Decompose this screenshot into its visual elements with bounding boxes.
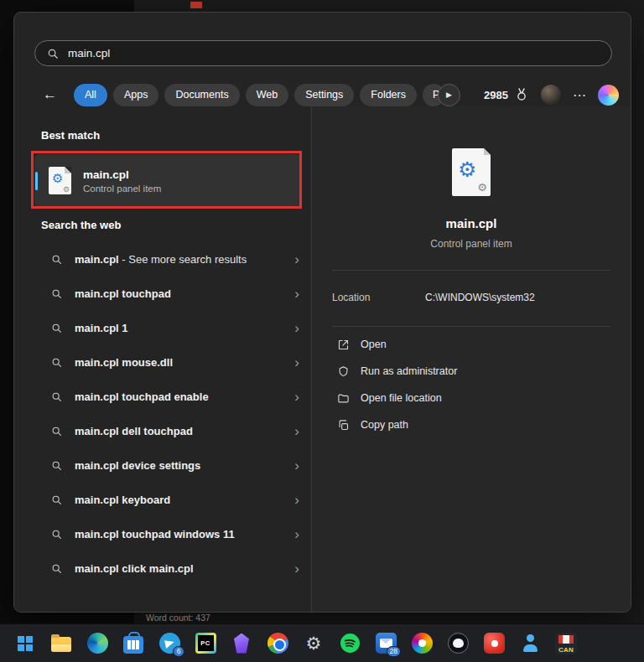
filter-tab-folders[interactable]: Folders bbox=[360, 84, 417, 106]
windows-logo-icon bbox=[18, 636, 33, 651]
taskbar-settings-icon[interactable]: ⚙ bbox=[303, 633, 325, 654]
suggestion-query: main.cpl device settings bbox=[75, 459, 200, 472]
chevron-right-icon[interactable]: › bbox=[294, 424, 303, 438]
chevron-right-icon[interactable]: › bbox=[294, 287, 303, 301]
taskbar-spotify-icon[interactable] bbox=[339, 633, 361, 654]
action-list: Open Run as administrator Open file loca… bbox=[332, 331, 610, 438]
play-icon: ▶ bbox=[446, 91, 452, 99]
location-row: Location C:\WINDOWS\system32 bbox=[332, 292, 614, 303]
gear-icon: ⚙ bbox=[52, 172, 63, 184]
location-label: Location bbox=[332, 292, 425, 303]
action-label: Open file location bbox=[361, 392, 442, 404]
suggestion-query: main.cpl dell touchpad bbox=[75, 425, 193, 437]
action-open[interactable]: Open bbox=[332, 331, 610, 358]
chevron-right-icon[interactable]: › bbox=[294, 527, 303, 541]
copilot-icon[interactable] bbox=[598, 85, 619, 106]
chevron-right-icon[interactable]: › bbox=[294, 458, 303, 473]
action-copy-path[interactable]: Copy path bbox=[332, 411, 610, 438]
action-open-file-location[interactable]: Open file location bbox=[332, 385, 610, 411]
taskbar: 6 PC ⚙ 28 CAN bbox=[0, 623, 644, 662]
suggestion-query: main.cpl click main.cpl bbox=[75, 562, 194, 575]
taskbar-file-explorer-icon[interactable] bbox=[50, 633, 72, 654]
user-avatar[interactable] bbox=[541, 85, 561, 105]
search-icon bbox=[51, 563, 62, 574]
taskbar-people-icon[interactable] bbox=[519, 633, 541, 654]
search-icon bbox=[51, 426, 62, 437]
action-label: Run as administrator bbox=[361, 365, 457, 377]
chevron-right-icon[interactable]: › bbox=[294, 390, 303, 404]
search-bar[interactable] bbox=[34, 40, 612, 66]
taskbar-chrome-icon[interactable] bbox=[267, 633, 288, 654]
taskbar-obsidian-icon[interactable] bbox=[231, 633, 252, 654]
control-panel-file-icon: ⚙ ⚙ bbox=[49, 167, 71, 194]
search-icon bbox=[51, 288, 62, 299]
location-value: C:\WINDOWS\system32 bbox=[425, 292, 535, 303]
chevron-right-icon[interactable]: › bbox=[294, 321, 303, 335]
chevron-right-icon[interactable]: › bbox=[294, 252, 303, 266]
rewards-medal-icon[interactable] bbox=[514, 87, 529, 102]
web-suggestion-item[interactable]: main.cpl touchpad › bbox=[28, 277, 311, 311]
suggestion-query: main.cpl bbox=[75, 253, 119, 266]
best-match-item[interactable]: ⚙ ⚙ main.cpl Control panel item bbox=[34, 154, 301, 207]
best-match-subtitle: Control panel item bbox=[83, 184, 161, 194]
web-suggestion-item[interactable]: main.cpl 1 › bbox=[28, 311, 311, 345]
taskbar-github-icon[interactable] bbox=[447, 633, 469, 654]
admin-shield-icon bbox=[337, 365, 350, 378]
word-count-text: Word count: 437 bbox=[146, 613, 210, 623]
web-suggestion-item[interactable]: main.cpl device settings › bbox=[28, 448, 311, 483]
filter-tab-apps[interactable]: Apps bbox=[113, 84, 159, 106]
web-suggestion-item[interactable]: main.cpl keyboard › bbox=[28, 483, 311, 517]
search-icon bbox=[51, 460, 62, 471]
more-options-icon[interactable]: ⋯ bbox=[573, 87, 586, 103]
filter-tab-documents[interactable]: Documents bbox=[164, 84, 239, 106]
notification-badge: 28 bbox=[387, 646, 401, 657]
chevron-right-icon[interactable]: › bbox=[294, 493, 303, 507]
web-suggestion-item[interactable]: main.cpl touchpad enable › bbox=[28, 380, 311, 414]
search-icon bbox=[51, 323, 62, 334]
back-arrow-icon[interactable]: ← bbox=[43, 86, 57, 103]
suggestion-query: main.cpl touchpad enable bbox=[75, 390, 209, 403]
rewards-points[interactable]: 2985 bbox=[484, 89, 508, 101]
chevron-right-icon[interactable]: › bbox=[294, 561, 303, 576]
notification-badge: 6 bbox=[173, 646, 184, 657]
filter-tab-web[interactable]: Web bbox=[246, 84, 288, 106]
taskbar-edge-icon[interactable] bbox=[86, 633, 108, 654]
suggestion-query: main.cpl keyboard bbox=[75, 494, 170, 506]
suggestion-query: main.cpl touchpad windows 11 bbox=[75, 528, 235, 540]
suggestion-query: main.cpl mouse.dll bbox=[75, 356, 173, 369]
taskbar-pycharm-icon[interactable]: PC bbox=[195, 633, 216, 654]
best-match-title: main.cpl bbox=[83, 168, 161, 181]
preview-title: main.cpl bbox=[312, 216, 631, 230]
chevron-right-icon[interactable]: › bbox=[294, 355, 303, 370]
search-input[interactable] bbox=[68, 47, 600, 59]
web-suggestion-item[interactable]: main.cpl touchpad windows 11 › bbox=[28, 517, 311, 551]
web-suggestion-item[interactable]: main.cpl dell touchpad › bbox=[28, 414, 311, 448]
divider bbox=[332, 326, 610, 327]
divider bbox=[332, 270, 610, 271]
action-run-as-administrator[interactable]: Run as administrator bbox=[332, 358, 610, 385]
start-button[interactable] bbox=[14, 633, 36, 654]
web-suggestion-item[interactable]: main.cpl mouse.dll › bbox=[28, 345, 311, 380]
action-label: Copy path bbox=[361, 419, 408, 431]
filter-row: ← All Apps Documents Web Settings Folder… bbox=[31, 83, 619, 106]
taskbar-canada-language-icon[interactable]: CAN bbox=[555, 633, 577, 654]
taskbar-photos-icon[interactable] bbox=[411, 633, 433, 654]
taskbar-microsoft-store-icon[interactable] bbox=[122, 633, 144, 654]
suggestion-suffix: - See more search results bbox=[119, 253, 247, 266]
web-suggestion-item[interactable]: main.cpl click main.cpl › bbox=[28, 551, 311, 586]
web-suggestion-item[interactable]: main.cpl - See more search results › bbox=[28, 242, 311, 277]
preview-panel: ⚙ ⚙ main.cpl Control panel item Location… bbox=[311, 106, 631, 612]
taskbar-red-app-icon[interactable] bbox=[483, 633, 505, 654]
gear-icon: ⚙ bbox=[458, 159, 476, 180]
taskbar-telegram-icon[interactable]: 6 bbox=[158, 633, 180, 654]
language-badge: CAN bbox=[555, 646, 577, 654]
play-button[interactable]: ▶ bbox=[438, 84, 460, 106]
search-icon bbox=[51, 494, 62, 505]
suggestion-query: main.cpl touchpad bbox=[75, 287, 171, 300]
filter-tab-settings[interactable]: Settings bbox=[294, 84, 354, 106]
control-panel-file-icon-large: ⚙ ⚙ bbox=[452, 148, 491, 196]
selection-indicator bbox=[35, 172, 38, 190]
filter-tab-all[interactable]: All bbox=[74, 84, 107, 106]
search-icon bbox=[47, 48, 59, 59]
taskbar-outlook-icon[interactable]: 28 bbox=[375, 633, 397, 654]
